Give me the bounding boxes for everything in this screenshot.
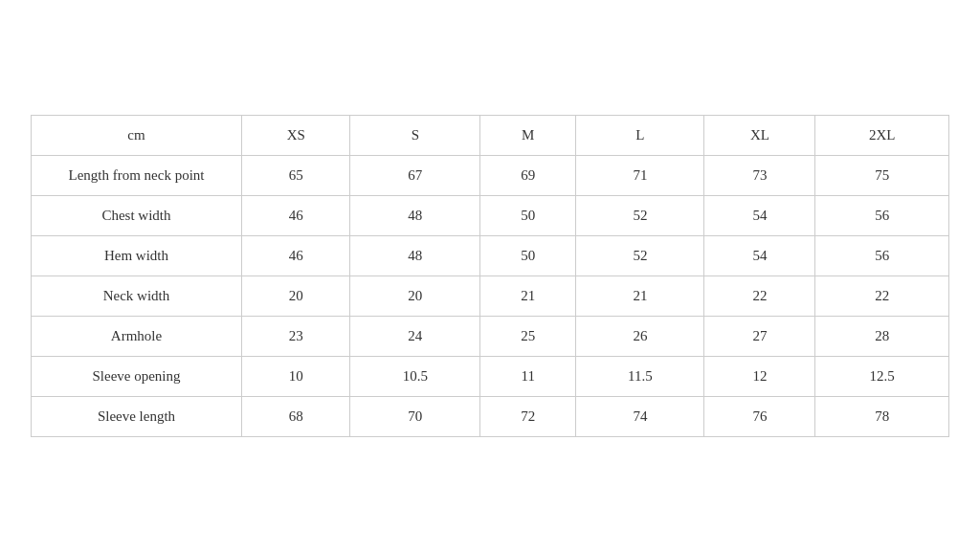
cell-6-3: 74 bbox=[576, 396, 704, 436]
column-header-m: M bbox=[480, 115, 576, 155]
cell-4-5: 28 bbox=[815, 316, 949, 356]
cell-4-4: 27 bbox=[704, 316, 815, 356]
table-row: Sleeve length687072747678 bbox=[32, 396, 949, 436]
cell-5-3: 11.5 bbox=[576, 356, 704, 396]
table-row: Length from neck point656769717375 bbox=[32, 155, 949, 195]
column-header-l: L bbox=[576, 115, 704, 155]
table-row: Neck width202021212222 bbox=[32, 276, 949, 316]
cell-2-0: 46 bbox=[242, 235, 350, 276]
cell-1-0: 46 bbox=[242, 195, 350, 235]
cell-4-1: 24 bbox=[350, 316, 480, 356]
column-header-2xl: 2XL bbox=[815, 115, 949, 155]
cell-5-1: 10.5 bbox=[350, 356, 480, 396]
cell-5-0: 10 bbox=[242, 356, 350, 396]
table-row: Hem width464850525456 bbox=[32, 235, 949, 276]
row-label-1: Chest width bbox=[32, 195, 242, 235]
unit-header: cm bbox=[32, 115, 242, 155]
cell-1-4: 54 bbox=[704, 195, 815, 235]
cell-2-1: 48 bbox=[350, 235, 480, 276]
cell-1-2: 50 bbox=[480, 195, 576, 235]
cell-3-5: 22 bbox=[815, 276, 949, 316]
cell-6-5: 78 bbox=[815, 396, 949, 436]
row-label-3: Neck width bbox=[32, 276, 242, 316]
row-label-0: Length from neck point bbox=[32, 155, 242, 195]
table-row: Armhole232425262728 bbox=[32, 316, 949, 356]
cell-1-3: 52 bbox=[576, 195, 704, 235]
cell-0-3: 71 bbox=[576, 155, 704, 195]
table-row: Chest width464850525456 bbox=[32, 195, 949, 235]
cell-1-1: 48 bbox=[350, 195, 480, 235]
cell-5-2: 11 bbox=[480, 356, 576, 396]
cell-6-2: 72 bbox=[480, 396, 576, 436]
cell-4-2: 25 bbox=[480, 316, 576, 356]
row-label-5: Sleeve opening bbox=[32, 356, 242, 396]
cell-0-2: 69 bbox=[480, 155, 576, 195]
cell-3-0: 20 bbox=[242, 276, 350, 316]
cell-3-1: 20 bbox=[350, 276, 480, 316]
cell-4-0: 23 bbox=[242, 316, 350, 356]
cell-2-3: 52 bbox=[576, 235, 704, 276]
column-header-xl: XL bbox=[704, 115, 815, 155]
row-label-4: Armhole bbox=[32, 316, 242, 356]
table-row: Sleeve opening1010.51111.51212.5 bbox=[32, 356, 949, 396]
cell-1-5: 56 bbox=[815, 195, 949, 235]
cell-0-1: 67 bbox=[350, 155, 480, 195]
size-chart-table: cm XSSMLXL2XL Length from neck point6567… bbox=[31, 115, 949, 437]
cell-2-5: 56 bbox=[815, 235, 949, 276]
cell-5-5: 12.5 bbox=[815, 356, 949, 396]
cell-5-4: 12 bbox=[704, 356, 815, 396]
cell-0-4: 73 bbox=[704, 155, 815, 195]
cell-0-0: 65 bbox=[242, 155, 350, 195]
column-header-xs: XS bbox=[242, 115, 350, 155]
cell-0-5: 75 bbox=[815, 155, 949, 195]
cell-3-2: 21 bbox=[480, 276, 576, 316]
cell-4-3: 26 bbox=[576, 316, 704, 356]
cell-6-1: 70 bbox=[350, 396, 480, 436]
row-label-6: Sleeve length bbox=[32, 396, 242, 436]
row-label-2: Hem width bbox=[32, 235, 242, 276]
cell-6-0: 68 bbox=[242, 396, 350, 436]
column-header-s: S bbox=[350, 115, 480, 155]
size-chart-container: cm XSSMLXL2XL Length from neck point6567… bbox=[31, 115, 949, 437]
cell-3-4: 22 bbox=[704, 276, 815, 316]
table-header-row: cm XSSMLXL2XL bbox=[32, 115, 949, 155]
cell-6-4: 76 bbox=[704, 396, 815, 436]
cell-2-4: 54 bbox=[704, 235, 815, 276]
cell-2-2: 50 bbox=[480, 235, 576, 276]
cell-3-3: 21 bbox=[576, 276, 704, 316]
